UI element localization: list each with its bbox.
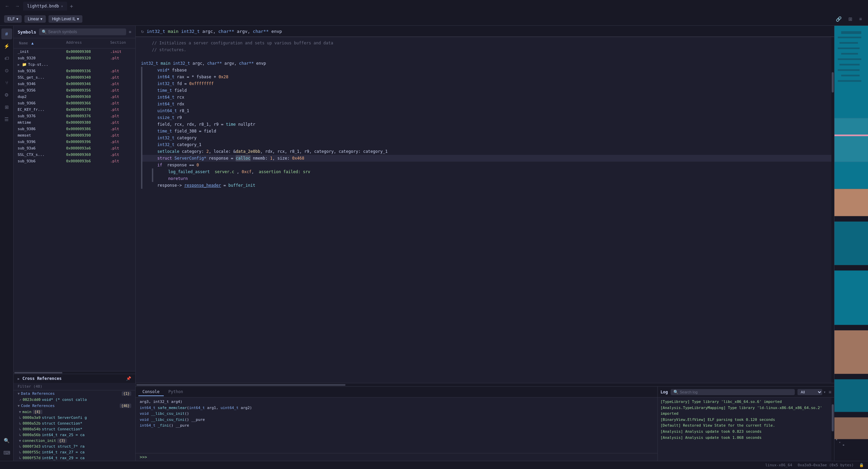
- symbol-row[interactable]: SSL_CTX_s... 0x000009360 .plt: [14, 151, 135, 158]
- grid-icon-button[interactable]: ⊞: [846, 15, 854, 23]
- symbols-table-header: Name ▲ Address Section: [14, 38, 135, 48]
- log-menu-button[interactable]: ≡: [829, 389, 831, 395]
- symbol-row[interactable]: sub_9346 0x000009346 .plt: [14, 81, 135, 87]
- code-line: time_t field: [142, 87, 834, 94]
- sidebar-item-grid[interactable]: ⊞: [1, 102, 12, 113]
- linear-dropdown-button[interactable]: Linear ▾: [24, 15, 46, 23]
- forward-button[interactable]: →: [13, 2, 22, 10]
- svg-rect-19: [843, 445, 844, 446]
- symbols-menu-icon[interactable]: ≡: [129, 29, 131, 34]
- symbol-row[interactable]: sub_9356 0x000009356 .plt: [14, 87, 135, 94]
- code-hscroll[interactable]: [136, 383, 834, 386]
- code-line: log_failed_assert server.c , 0xcf , asse…: [153, 168, 834, 175]
- code-line: [136, 53, 834, 60]
- active-tab[interactable]: lighttpd.bndb ×: [23, 2, 67, 11]
- code-line: int64_t rax = * fsbase + 0x28: [142, 74, 834, 80]
- tab-close-button[interactable]: ×: [61, 4, 63, 8]
- log-search-bar: 🔍: [671, 389, 795, 395]
- symbol-row[interactable]: sub_93a6 0x0000093a6 .plt: [14, 145, 135, 151]
- xref-panel: ▶ Cross References 📌 Filter (48) ▼ Data …: [14, 374, 135, 461]
- xref-code-item[interactable]: ↳ 0000a3a9 struct ServerConfi g: [14, 415, 135, 421]
- link-icon-button[interactable]: 🔗: [834, 15, 844, 23]
- symbol-row-folder[interactable]: ▶ 📁Tcp-st...: [14, 61, 135, 68]
- xref-code-item[interactable]: ↳ 0000a52b struct Connection*: [14, 421, 135, 426]
- status-platform: linux-x86_64: [765, 463, 792, 467]
- symbol-row[interactable]: SSL_get_s... 0x000009340 .plt: [14, 74, 135, 81]
- xref-code-section[interactable]: ▼ Code References {46}: [14, 403, 135, 409]
- xref-code-item[interactable]: ↳ 0000f55c int64_t rax_27 = ca: [14, 449, 135, 455]
- code-line-calloc: struct ServerConfig* response = calloc n…: [142, 155, 834, 162]
- console-input[interactable]: [149, 455, 653, 460]
- xref-code-item[interactable]: ↳ 0000f57d int64_t rax_29 = ca: [14, 455, 135, 461]
- svg-rect-9: [841, 75, 860, 76]
- log-title: Log: [660, 390, 668, 394]
- status-lock-icon: 🔒: [859, 463, 864, 467]
- symbol-row[interactable]: sub_9336 0x000009336 .plt: [14, 68, 135, 74]
- xref-main-subsection[interactable]: ▼ main {4}: [14, 409, 135, 415]
- col-section-header[interactable]: Section: [109, 40, 133, 47]
- symbols-search-input[interactable]: [48, 29, 123, 34]
- code-line: field, rcx, rdx, r8_1, r9 = time nullptr: [142, 121, 834, 128]
- log-search-input[interactable]: [680, 390, 792, 394]
- sidebar-item-settings[interactable]: ⚙: [1, 89, 12, 100]
- symbol-row[interactable]: _init 0x000009308 .init: [14, 48, 135, 55]
- svg-rect-13: [834, 270, 868, 325]
- code-vscroll[interactable]: [831, 37, 834, 383]
- symbol-row[interactable]: mktime 0x000009380 .plt: [14, 119, 135, 126]
- symbol-row[interactable]: sub_9386 0x000009386 .plt: [14, 126, 135, 132]
- log-filter-select[interactable]: All Debug Info Warning Error: [797, 389, 822, 395]
- code-scroll[interactable]: // Initializes a server configuration an…: [136, 37, 834, 383]
- sidebar-item-branch[interactable]: ⑂: [1, 77, 12, 88]
- symbols-search-bar: 🔍: [39, 28, 126, 35]
- sidebar-item-tags[interactable]: 🏷: [1, 53, 12, 64]
- sidebar-item-symbols[interactable]: #: [1, 28, 12, 39]
- symbol-row[interactable]: EC_KEY_fr... 0x000009370 .plt: [14, 106, 135, 113]
- symbol-row[interactable]: memset 0x000009390 .plt: [14, 132, 135, 139]
- col-address-header[interactable]: Address: [65, 40, 109, 47]
- new-tab-button[interactable]: +: [68, 3, 75, 9]
- symbol-list: _init 0x000009308 .init sub_9320 0x00000…: [14, 48, 135, 371]
- xref-scroll: ▼ Data References {1} ↗ 0023cdd0 void* (…: [14, 390, 135, 461]
- symbol-row[interactable]: sub_93b6 0x0000093b6 .plt: [14, 158, 135, 164]
- tab-python[interactable]: Python: [164, 388, 187, 396]
- xref-code-item[interactable]: ↳ 0000a54b struct Connection*: [14, 426, 135, 432]
- console-line: int64_t _fini() __pure: [140, 423, 653, 429]
- log-vscroll[interactable]: [831, 397, 834, 461]
- log-entry: [Analysis] Analysis update took 1.068 se…: [660, 435, 829, 441]
- symbol-row[interactable]: sub_9396 0x000009396 .plt: [14, 139, 135, 145]
- sidebar-item-pin[interactable]: ⊙: [1, 65, 12, 76]
- sidebar-item-lightning[interactable]: ⚡: [1, 41, 12, 52]
- console-line: int64_t safe_memclear(int64_t arg1, uint…: [140, 405, 653, 411]
- log-entry: [Analysis.TypeLibraryMapping] Type libra…: [660, 405, 829, 417]
- svg-rect-7: [840, 64, 860, 65]
- highlevel-dropdown-button[interactable]: High Level IL ▾: [48, 15, 82, 23]
- svg-rect-3: [840, 42, 858, 44]
- reload-icon[interactable]: ↻: [141, 28, 144, 34]
- sidebar-item-layers[interactable]: ☰: [1, 114, 12, 125]
- xref-code-item[interactable]: ↳ 0000a56b int64_t rax_25 = ca: [14, 432, 135, 438]
- tab-console[interactable]: Console: [138, 388, 164, 396]
- console-prompt: >>>: [140, 455, 147, 460]
- xref-code-item[interactable]: ↳ 0000f3d3 struct struct_7* ra: [14, 444, 135, 449]
- code-line: int32_t category_1: [142, 141, 834, 148]
- xref-data-item[interactable]: ↗ 0023cdd0 void* (* const callo: [14, 397, 135, 403]
- minimap: [834, 26, 868, 461]
- symbol-row[interactable]: sub_9366 0x000009366 .plt: [14, 100, 135, 106]
- symbol-list-hscroll[interactable]: [14, 371, 135, 374]
- log-content: [TypeLibrary] Type library 'libc_x86_64.…: [658, 397, 831, 461]
- xref-pin-button[interactable]: 📌: [126, 376, 131, 381]
- symbol-row[interactable]: sub_9320 0x000009320 .plt: [14, 55, 135, 61]
- xref-data-section[interactable]: ▼ Data References {1}: [14, 390, 135, 397]
- back-button[interactable]: ←: [3, 2, 12, 10]
- col-name-header[interactable]: Name ▲: [16, 40, 65, 47]
- menu-icon-button[interactable]: ≡: [857, 15, 864, 23]
- svg-rect-8: [838, 69, 860, 71]
- elf-dropdown-button[interactable]: ELF ▾: [4, 15, 22, 23]
- symbol-row[interactable]: sub_9376 0x000009376 .plt: [14, 113, 135, 119]
- symbol-row[interactable]: dup2 0x000009360 .plt: [14, 94, 135, 100]
- log-entry: [BinaryView.ElfView] ELF parsing took 0.…: [660, 417, 829, 423]
- sidebar-terminal-button[interactable]: ⌨: [1, 447, 12, 458]
- sidebar-search-button[interactable]: 🔍: [1, 435, 12, 446]
- xref-header[interactable]: ▶ Cross References 📌: [14, 374, 135, 383]
- xref-connection-subsection[interactable]: ▼ connection_init {3}: [14, 438, 135, 444]
